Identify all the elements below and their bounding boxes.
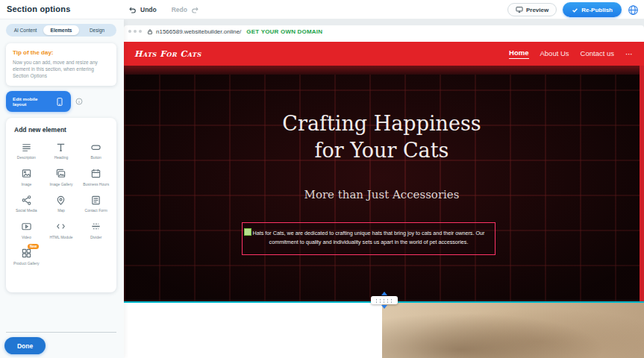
page-edge-strip xyxy=(640,66,644,301)
element-social-media[interactable]: Social Media xyxy=(9,194,44,213)
element-label: Contact Form xyxy=(85,208,107,213)
redo-icon[interactable] xyxy=(191,6,199,14)
contact-form-icon xyxy=(90,194,103,206)
element-label: Heading xyxy=(54,155,69,160)
element-label: Button xyxy=(90,155,101,160)
check-icon xyxy=(572,7,578,13)
element-button[interactable]: Button xyxy=(78,141,113,160)
cat-photo xyxy=(382,303,644,358)
nav-home[interactable]: Home xyxy=(509,48,528,59)
site-preview-area: n1566589.websitebuilder.online/ GET YOUR… xyxy=(124,19,644,358)
next-section[interactable] xyxy=(124,303,644,358)
element-label: Product Gallery xyxy=(13,261,39,266)
sidebar-tabs: AI Content Elements Design xyxy=(6,24,116,37)
edit-mobile-label: Edit mobile layout xyxy=(13,96,51,107)
map-pin-icon xyxy=(54,194,68,206)
edit-mobile-layout-button[interactable]: Edit mobile layout xyxy=(6,91,71,112)
site-url: n1566589.websitebuilder.online/ xyxy=(156,28,241,35)
tip-title: Tip of the day: xyxy=(13,49,110,56)
topbar-actions: Preview Re-Publish xyxy=(507,0,639,19)
tab-ai-content[interactable]: AI Content xyxy=(7,25,43,35)
element-label: Video xyxy=(22,235,31,240)
page-title: Section options xyxy=(7,4,71,13)
element-label: HTML Module xyxy=(49,235,72,240)
done-button[interactable]: Done xyxy=(4,337,46,354)
element-label: Business Hours xyxy=(83,182,109,187)
nav-about-us[interactable]: About Us xyxy=(540,49,569,59)
phone-icon xyxy=(55,97,64,107)
element-html-module[interactable]: HTML Module xyxy=(44,221,79,240)
arrow-up-icon xyxy=(381,292,387,295)
element-divider[interactable]: Divider xyxy=(78,221,113,240)
description-icon xyxy=(19,141,33,153)
element-image[interactable]: Image xyxy=(9,168,44,187)
nav-contact-us[interactable]: Contact us xyxy=(581,49,614,59)
site-nav: Home About Us Contact us ⋯ xyxy=(509,48,634,59)
divider-icon xyxy=(90,221,103,233)
element-product-gallery[interactable]: New Product Gallery xyxy=(9,247,44,266)
element-map[interactable]: Map xyxy=(44,194,79,213)
tab-elements[interactable]: Elements xyxy=(43,25,79,35)
hero-section[interactable]: Crafting Happiness for Your Cats More th… xyxy=(124,75,640,301)
monitor-icon xyxy=(516,6,523,13)
grip-dots-icon xyxy=(375,298,394,303)
site-logo[interactable]: Hats For Cats xyxy=(134,49,201,59)
browser-address-bar: n1566589.websitebuilder.online/ GET YOUR… xyxy=(124,25,644,37)
redo-button[interactable]: Redo xyxy=(172,6,187,13)
element-contact-form[interactable]: Contact Form xyxy=(78,194,113,213)
new-badge: New xyxy=(28,244,39,249)
tip-of-the-day-card: Tip of the day: Now you can add, move an… xyxy=(6,43,116,86)
info-icon[interactable] xyxy=(75,98,83,105)
preview-button[interactable]: Preview xyxy=(507,3,557,16)
hero-paragraph: Hats for Cats, we are dedicated to craft… xyxy=(250,229,487,247)
undo-icon[interactable] xyxy=(128,6,137,14)
sidebar-divider xyxy=(6,332,116,333)
image-gallery-icon xyxy=(54,168,68,180)
html-module-icon xyxy=(54,221,68,233)
element-label: Social Media xyxy=(16,208,37,213)
image-icon xyxy=(19,168,33,180)
get-domain-link[interactable]: GET YOUR OWN DOMAIN xyxy=(246,28,322,35)
republish-button[interactable]: Re-Publish xyxy=(563,2,622,17)
hero-subheading[interactable]: More than Just Accessories xyxy=(124,188,640,201)
element-description[interactable]: Description xyxy=(9,141,44,160)
add-element-title: Add new element xyxy=(6,118,116,136)
element-video[interactable]: Video xyxy=(9,221,44,240)
element-image-gallery[interactable]: Image Gallery xyxy=(44,168,79,187)
element-label: Image xyxy=(21,182,31,187)
element-business-hours[interactable]: Business Hours xyxy=(78,168,113,187)
undo-button[interactable]: Undo xyxy=(140,6,157,13)
social-media-icon xyxy=(19,194,33,206)
tab-design[interactable]: Design xyxy=(79,25,115,35)
undo-redo-group: Undo Redo xyxy=(128,0,199,19)
hero-heading[interactable]: Crafting Happiness for Your Cats xyxy=(266,110,498,165)
element-label: Divider xyxy=(90,235,102,240)
product-gallery-icon: New xyxy=(19,247,33,259)
language-globe-icon[interactable] xyxy=(628,4,639,16)
add-new-element-panel: Add new element Description Heading Butt… xyxy=(6,118,116,292)
site-header: Hats For Cats Home About Us Contact us ⋯ xyxy=(124,42,644,66)
element-grid: Description Heading Button Image xyxy=(6,136,116,271)
button-icon xyxy=(90,141,103,153)
app-topbar: Section options Undo Redo Preview Re-Pub… xyxy=(0,0,644,19)
element-label: Map xyxy=(57,208,65,213)
element-heading[interactable]: Heading xyxy=(44,141,79,160)
heading-icon xyxy=(54,141,68,153)
header-shadow-band xyxy=(124,66,644,75)
preview-label: Preview xyxy=(526,7,548,13)
tip-body: Now you can add, move and resize any ele… xyxy=(13,59,110,79)
arrow-down-icon xyxy=(381,305,387,309)
nav-more-icon[interactable]: ⋯ xyxy=(625,50,634,58)
section-resize-handle[interactable] xyxy=(371,292,398,309)
video-icon xyxy=(19,221,33,233)
element-drag-handle[interactable] xyxy=(244,228,251,236)
site-canvas: Hats For Cats Home About Us Contact us ⋯… xyxy=(124,37,644,358)
left-sidebar: AI Content Elements Design Tip of the da… xyxy=(0,19,124,358)
element-label: Description xyxy=(17,155,36,160)
window-dots-icon xyxy=(128,30,142,33)
hero-paragraph-box[interactable]: Hats for Cats, we are dedicated to craft… xyxy=(242,222,495,255)
business-hours-icon xyxy=(90,168,103,180)
republish-label: Re-Publish xyxy=(581,7,613,13)
grip-pill xyxy=(371,296,398,304)
lock-icon xyxy=(147,28,153,35)
